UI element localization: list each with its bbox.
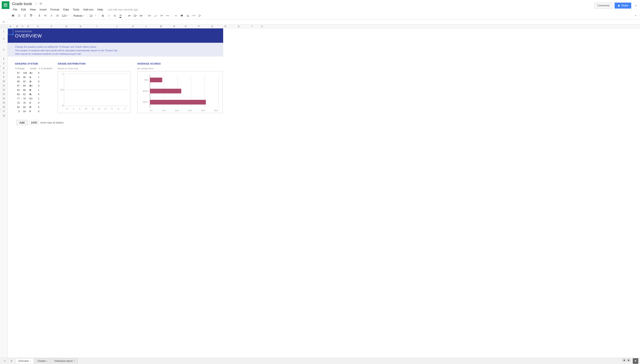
menu-help[interactable]: Help: [96, 7, 105, 12]
grading-row[interactable]: 97-100A+0: [15, 71, 58, 75]
text-wrap-button[interactable]: ▾: [158, 13, 164, 18]
row-header[interactable]: 4: [0, 57, 8, 61]
undo-icon[interactable]: [16, 13, 22, 18]
text-color-button[interactable]: A ▾: [118, 13, 124, 18]
filter-button[interactable]: ▾: [191, 13, 196, 18]
explore-button[interactable]: [633, 358, 638, 364]
add-sheet-button[interactable]: +: [2, 358, 8, 364]
row-header[interactable]: 14: [0, 96, 8, 101]
comments-button[interactable]: Comments: [594, 2, 612, 8]
add-rows-button[interactable]: Add: [16, 120, 28, 125]
sheet-tab-report[interactable]: Individual report▾: [52, 358, 78, 364]
col-header[interactable]: S: [232, 24, 246, 28]
folder-icon[interactable]: [39, 2, 42, 6]
increase-decimal-button[interactable]: .00: [54, 13, 60, 18]
scroll-right-icon[interactable]: ▶: [627, 358, 630, 362]
col-header[interactable]: K: [126, 24, 140, 28]
col-header[interactable]: B: [13, 24, 21, 28]
share-button[interactable]: Share: [614, 2, 631, 8]
col-header[interactable]: P: [192, 24, 206, 28]
col-header[interactable]: L: [140, 24, 153, 28]
menu-view[interactable]: View: [28, 7, 38, 12]
merge-cells-button[interactable]: ▾: [138, 13, 144, 18]
row-header[interactable]: 15: [0, 101, 8, 105]
insert-link-button[interactable]: [173, 13, 178, 18]
decrease-decimal-button[interactable]: .0: [48, 13, 54, 18]
select-all-corner[interactable]: [0, 24, 8, 28]
menu-file[interactable]: File: [11, 7, 19, 12]
more-formats-button[interactable]: 123▾: [60, 14, 70, 17]
strikethrough-button[interactable]: S: [112, 13, 118, 18]
grading-row[interactable]: 83-86B1: [15, 88, 58, 92]
average-scores-chart[interactable]: HW 1QUIZ 1TEST 1 0.010.020.030.040.050.0: [137, 71, 223, 113]
grading-row[interactable]: 93-96A1: [15, 75, 58, 79]
scroll-left-icon[interactable]: ◀: [622, 358, 626, 362]
col-header[interactable]: I: [87, 24, 107, 28]
all-sheets-button[interactable]: ≡: [8, 358, 14, 364]
add-rows-input[interactable]: [30, 120, 38, 125]
sheet-tab-grades[interactable]: Grades▾: [35, 358, 51, 364]
bold-button[interactable]: B: [100, 13, 106, 18]
vertical-align-button[interactable]: ▾: [153, 13, 158, 18]
menu-insert[interactable]: Insert: [38, 7, 48, 12]
grading-row[interactable]: 80-82B-0: [15, 92, 58, 96]
italic-button[interactable]: I: [106, 13, 112, 18]
insert-chart-button[interactable]: [185, 13, 190, 18]
format-percent-button[interactable]: %: [42, 13, 48, 18]
row-header[interactable]: 1: [0, 28, 8, 35]
sheet-tab-overview[interactable]: Overview▾: [16, 358, 34, 364]
grading-row[interactable]: 90-92A-0: [15, 79, 58, 84]
row-header[interactable]: 17: [0, 109, 8, 114]
col-header[interactable]: M: [153, 24, 169, 28]
format-currency-button[interactable]: $: [36, 13, 42, 18]
row-header[interactable]: 19: [0, 114, 8, 118]
functions-button[interactable]: Σ ▾: [197, 13, 202, 18]
row-header[interactable]: 11: [0, 84, 8, 88]
menu-data[interactable]: Data: [61, 7, 70, 12]
print-icon[interactable]: [10, 13, 16, 18]
row-header[interactable]: 13: [0, 92, 8, 96]
grading-row[interactable]: 77-79C+1: [15, 96, 58, 101]
col-header[interactable]: O: [179, 24, 192, 28]
row-header[interactable]: 3: [0, 43, 8, 57]
col-header[interactable]: D: [24, 24, 32, 28]
col-header[interactable]: J: [107, 24, 126, 28]
col-header[interactable]: A: [8, 24, 13, 28]
font-family-select[interactable]: Roboto▾: [72, 14, 86, 17]
sheet-body[interactable]: GRADEBOOK OVERVIEW Change the grading sy…: [8, 28, 223, 118]
menu-addons[interactable]: Add-ons: [82, 7, 95, 12]
star-icon[interactable]: [35, 2, 38, 6]
doc-title[interactable]: Grade book: [11, 1, 33, 7]
insert-comment-button[interactable]: [179, 13, 184, 18]
col-header[interactable]: E: [32, 24, 44, 28]
font-size-select[interactable]: 12▾: [88, 14, 97, 17]
fill-color-button[interactable]: ▾: [126, 13, 132, 18]
formula-input[interactable]: [8, 20, 640, 24]
row-header[interactable]: 12: [0, 88, 8, 92]
row-header[interactable]: 2: [0, 35, 8, 43]
horizontal-align-button[interactable]: ▾: [147, 13, 152, 18]
borders-button[interactable]: ▾: [132, 13, 138, 18]
col-header[interactable]: G: [59, 24, 74, 28]
col-header[interactable]: H: [74, 24, 87, 28]
row-header[interactable]: 5: [0, 61, 8, 66]
account-dropdown-icon[interactable]: ▾: [633, 4, 638, 7]
row-header[interactable]: ▾8: [0, 71, 8, 75]
row-header[interactable]: ▴16: [0, 105, 8, 109]
menu-tools[interactable]: Tools: [71, 7, 81, 12]
col-header[interactable]: R: [219, 24, 232, 28]
grading-row[interactable]: 0-59F0: [15, 109, 58, 114]
grading-row[interactable]: 87-89B+0: [15, 84, 58, 88]
menu-format[interactable]: Format: [49, 7, 61, 12]
row-header[interactable]: 9: [0, 75, 8, 79]
redo-icon[interactable]: [22, 13, 28, 18]
col-header[interactable]: N: [169, 24, 179, 28]
grading-row[interactable]: 70-76C0: [15, 101, 58, 105]
collapse-toolbar-icon[interactable]: [633, 13, 638, 18]
row-header[interactable]: ▴6: [0, 66, 8, 71]
col-header[interactable]: F: [44, 24, 59, 28]
paint-format-icon[interactable]: [28, 13, 34, 18]
grade-distribution-chart[interactable]: 10.50 A+AA-B+BB-C+CDF: [58, 71, 130, 113]
row-header[interactable]: 10: [0, 79, 8, 84]
col-header[interactable]: U: [259, 24, 266, 28]
